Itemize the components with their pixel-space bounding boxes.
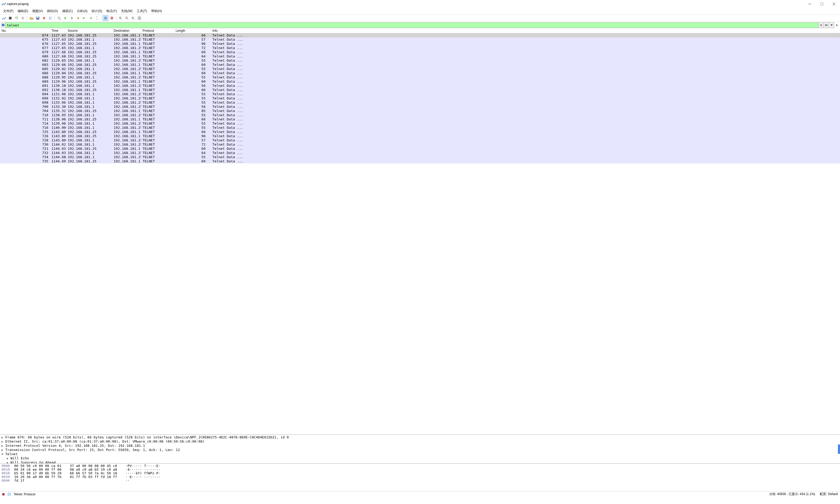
menu-capture[interactable]: 捕获(C) <box>60 8 75 14</box>
packet-row[interactable]: 7341144.686…192.168.181.1192.168.181.25T… <box>0 155 840 159</box>
col-header-info[interactable]: Info <box>211 29 840 33</box>
go-forward-icon[interactable] <box>69 15 74 21</box>
tree-tcp[interactable]: Transmission Control Protocol, Src Port:… <box>0 448 840 452</box>
filter-add-icon[interactable]: + <box>835 22 839 28</box>
packet-row[interactable]: 7261143.801…192.168.181.25192.168.181.1T… <box>0 134 840 138</box>
menu-telephony[interactable]: 电话(Y) <box>104 8 119 14</box>
packet-row[interactable]: 6941131.062…192.168.181.1192.168.181.25T… <box>0 92 840 96</box>
col-header-no[interactable]: No. <box>0 29 50 33</box>
packet-row[interactable]: 7311144.034…192.168.181.25192.168.181.1T… <box>0 147 840 151</box>
capture-file-properties-icon[interactable] <box>7 492 11 496</box>
col-header-time[interactable]: Time <box>50 29 66 33</box>
tree-ethernet[interactable]: Ethernet II, Src: ca:01:37:a0:00:08 (ca:… <box>0 439 840 444</box>
packet-row[interactable]: 6741127.637…192.168.181.25192.168.181.1T… <box>0 33 840 37</box>
menu-edit[interactable]: 编辑(E) <box>16 8 30 14</box>
packet-row[interactable]: 6891129.961…192.168.181.25192.168.181.1T… <box>0 79 840 84</box>
packet-row[interactable]: 7111138.064…192.168.181.25192.168.181.1T… <box>0 117 840 122</box>
find-icon[interactable] <box>56 15 62 21</box>
open-file-icon[interactable] <box>29 15 34 21</box>
packet-row[interactable]: 6751127.637…192.168.181.1192.168.181.25T… <box>0 37 840 42</box>
tree-ip[interactable]: Internet Protocol Version 4, Src: 192.16… <box>0 444 840 448</box>
close-file-icon[interactable] <box>41 15 47 21</box>
colorize-list-icon[interactable] <box>109 15 115 21</box>
bytes-row[interactable]: 0040fd 1f·· <box>2 479 838 483</box>
go-back-icon[interactable] <box>63 15 68 21</box>
tree-frame[interactable]: Frame 674: 66 bytes on wire (528 bits), … <box>0 435 840 439</box>
filter-bookmark-icon[interactable] <box>1 22 5 28</box>
packet-row[interactable]: 6911130.180…192.168.181.1192.168.181.25T… <box>0 84 840 88</box>
packet-row[interactable]: 7101138.056…192.168.181.1192.168.181.25T… <box>0 113 840 117</box>
packet-row[interactable]: 7281143.806…192.168.181.1192.168.181.25T… <box>0 138 840 142</box>
display-filter-input[interactable] <box>5 22 819 28</box>
col-header-dst[interactable]: Destination <box>112 29 141 33</box>
reload-icon[interactable] <box>48 15 53 21</box>
packet-row[interactable]: 6851129.828…192.168.181.1192.168.181.25T… <box>0 67 840 71</box>
capture-options-icon[interactable] <box>20 15 26 21</box>
status-profile[interactable]: 配置: Default <box>820 492 838 497</box>
maximize-button[interactable] <box>816 0 828 8</box>
menu-tools[interactable]: 工具(T) <box>135 8 149 14</box>
packet-row[interactable]: 7301144.021…192.168.181.1192.168.181.25T… <box>0 142 840 147</box>
menu-stats[interactable]: 统计(S) <box>89 8 104 14</box>
bytes-row[interactable]: 000000 50 56 c0 00 08 ca 0137 a0 00 08 0… <box>2 464 838 468</box>
svg-rect-38 <box>8 493 11 496</box>
zoom-reset-icon[interactable]: 1 <box>130 15 136 21</box>
menu-wireless[interactable]: 无线(W) <box>119 8 135 14</box>
go-last-icon[interactable] <box>88 15 93 21</box>
bytes-row[interactable]: 003010 20 36 a9 00 00 ff fb01 ff fb 03 f… <box>2 475 838 479</box>
menu-analyze[interactable]: 分析(A) <box>75 8 89 14</box>
bytes-row[interactable]: 001000 34 c6 ee 00 00 ff 0608 a9 c0 a8 b… <box>2 468 838 471</box>
packet-row[interactable]: 6791127.667…192.168.181.25192.168.181.1T… <box>0 50 840 54</box>
filter-clear-icon[interactable] <box>819 22 824 28</box>
packet-row[interactable]: 7001133.301…192.168.181.1192.168.181.25T… <box>0 105 840 109</box>
packet-row[interactable]: 6881129.952…192.168.181.1192.168.181.25T… <box>0 75 840 79</box>
packet-details-pane[interactable]: Frame 674: 66 bytes on wire (528 bits), … <box>0 435 840 464</box>
go-first-icon[interactable] <box>81 15 87 21</box>
filter-dropdown-icon[interactable] <box>829 22 834 28</box>
packet-row[interactable]: 6961132.825…192.168.181.1192.168.181.25T… <box>0 96 840 101</box>
zoom-in-icon[interactable] <box>118 15 123 21</box>
tree-telnet[interactable]: Telnet <box>0 452 840 456</box>
packet-list-body[interactable]: 6741127.637…192.168.181.25192.168.181.1T… <box>0 33 840 434</box>
packet-row[interactable]: 6771127.652…192.168.181.1192.168.181.25T… <box>0 46 840 50</box>
menu-file[interactable]: 文件(F) <box>1 8 16 14</box>
packet-row[interactable]: 7321144.035…192.168.181.1192.168.181.25T… <box>0 151 840 155</box>
resize-columns-icon[interactable] <box>137 15 142 21</box>
packet-bytes-pane[interactable]: 000000 50 56 c0 00 08 ca 0137 a0 00 08 0… <box>0 464 840 491</box>
col-header-len[interactable]: Length <box>174 29 211 33</box>
go-to-packet-icon[interactable] <box>75 15 81 21</box>
packet-row[interactable]: 6861129.842…192.168.181.25192.168.181.1T… <box>0 71 840 75</box>
packet-row[interactable]: 6761127.652…192.168.181.25192.168.181.1T… <box>0 42 840 46</box>
packet-row[interactable]: 7041135.322…192.168.181.25192.168.181.1T… <box>0 109 840 113</box>
close-button[interactable] <box>828 0 840 8</box>
save-file-icon[interactable] <box>35 15 41 21</box>
expert-info-icon[interactable] <box>2 493 5 496</box>
packet-row[interactable]: 6801127.684…192.168.181.25192.168.181.1T… <box>0 54 840 58</box>
menu-view[interactable]: 视图(V) <box>30 8 45 14</box>
packet-row[interactable]: 6821129.650…192.168.181.1192.168.181.25T… <box>0 58 840 63</box>
restart-capture-icon[interactable] <box>14 15 19 21</box>
bytes-row[interactable]: 0020b5 01 00 17 d9 6b 59 2966 66 57 50 7… <box>2 471 838 475</box>
packet-row[interactable]: 7351144.692…192.168.181.25192.168.181.1T… <box>0 159 840 163</box>
start-capture-icon[interactable] <box>1 15 7 21</box>
col-header-src[interactable]: Source <box>66 29 112 33</box>
tree-telnet-suppress[interactable]: Will Suppress Go Ahead <box>0 461 840 464</box>
packet-row[interactable]: 6921130.186…192.168.181.25192.168.181.1T… <box>0 88 840 92</box>
zoom-out-icon[interactable] <box>124 15 130 21</box>
menu-go[interactable]: 跳转(G) <box>45 8 60 14</box>
autoscroll-icon[interactable] <box>94 15 100 21</box>
col-header-proto[interactable]: Protocol <box>141 29 174 33</box>
packet-row[interactable]: 7161140.906…192.168.181.1192.168.181.25T… <box>0 126 840 130</box>
tree-telnet-echo[interactable]: Will Echo <box>0 456 840 461</box>
resize-handle-icon[interactable] <box>838 445 840 454</box>
colorize-icon[interactable] <box>103 15 108 21</box>
packet-row[interactable]: 6981133.061…192.168.181.1192.168.181.25T… <box>0 101 840 105</box>
minimize-button[interactable] <box>804 0 816 8</box>
packet-row[interactable]: 6831129.663…192.168.181.25192.168.181.1T… <box>0 63 840 67</box>
filter-apply-icon[interactable] <box>824 22 829 28</box>
packet-row[interactable]: 7141139.067…192.168.181.1192.168.181.25T… <box>0 122 840 126</box>
stop-capture-icon[interactable] <box>7 15 13 21</box>
menu-help[interactable]: 帮助(H) <box>149 8 164 14</box>
packet-row[interactable]: 7251143.801…192.168.181.25192.168.181.1T… <box>0 130 840 134</box>
packet-list-header[interactable]: No. Time Source Destination Protocol Len… <box>0 29 840 33</box>
